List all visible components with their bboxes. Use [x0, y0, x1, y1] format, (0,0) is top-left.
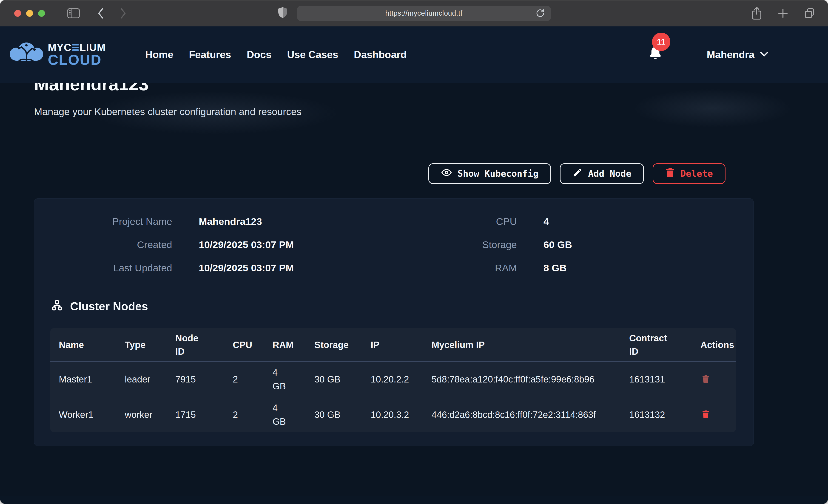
show-kubeconfig-button[interactable]: Show Kubeconfig — [428, 163, 551, 184]
pencil-icon — [573, 167, 583, 180]
trash-icon — [702, 375, 710, 384]
share-button[interactable] — [751, 6, 763, 20]
nodes-table: NameTypeNode IDCPURAMStorageIPMycelium I… — [50, 328, 736, 432]
brand-myc: MYC — [48, 42, 72, 53]
detail-label: Storage — [395, 239, 517, 250]
cell-value: 2 — [233, 410, 238, 420]
cell-storage: 30 GB — [306, 405, 362, 425]
reload-button[interactable] — [535, 8, 545, 19]
address-bar[interactable]: https://myceliumcloud.tf — [297, 6, 551, 21]
cell-value: 1715 — [175, 410, 196, 420]
column-header-label: Node ID — [175, 332, 203, 358]
created-value: 10/29/2025 03:07 PM — [199, 239, 395, 250]
delete-cluster-button[interactable]: Delete — [653, 163, 726, 184]
cell-mycelium-ip: 5d8:78ea:a120:f40c:ff0f:a5fe:99e6:8b96 — [423, 369, 621, 389]
cell-cpu: 2 — [224, 405, 264, 425]
nav-link-docs[interactable]: Docs — [247, 49, 272, 60]
cell-value: 5d8:78ea:a120:f40c:ff0f:a5fe:99e6:8b96 — [431, 374, 594, 384]
zoom-icon[interactable] — [38, 10, 45, 17]
close-icon[interactable] — [14, 10, 21, 17]
table-header-row: NameTypeNode IDCPURAMStorageIPMycelium I… — [50, 328, 736, 362]
back-button[interactable] — [96, 7, 105, 19]
new-tab-button[interactable] — [777, 7, 789, 19]
cell-ip: 10.20.2.2 — [362, 369, 423, 389]
brand-logo[interactable]: MYC LIUM CLOUD — [9, 41, 106, 69]
column-header-actions: Actions — [692, 335, 736, 355]
cell-name: Worker1 — [50, 405, 116, 425]
column-header-mycelium-ip: Mycelium IP — [423, 335, 621, 355]
cell-value: Worker1 — [59, 410, 93, 420]
delete-node-button[interactable] — [700, 373, 711, 385]
page-subtitle: Manage your Kubernetes cluster configura… — [34, 106, 794, 117]
cell-value: 2 — [233, 374, 238, 384]
forward-button[interactable] — [119, 7, 128, 19]
bell-icon — [648, 59, 663, 63]
share-icon — [751, 6, 763, 20]
show-kubeconfig-label: Show Kubeconfig — [458, 168, 538, 179]
column-header-label: Actions — [700, 338, 734, 351]
delete-node-button[interactable] — [700, 409, 711, 421]
cell-value: 7915 — [175, 374, 196, 384]
project-name-value: Mahendra123 — [199, 216, 395, 227]
cell-value: 1613131 — [629, 374, 665, 384]
minimize-icon[interactable] — [26, 10, 33, 17]
sidebar-icon — [67, 8, 80, 18]
notifications-button[interactable]: 11 — [648, 46, 663, 64]
column-header-label: Type — [125, 338, 146, 351]
column-header-label: CPU — [233, 338, 252, 351]
nav-link-dashboard[interactable]: Dashboard — [354, 49, 407, 60]
cell-value: 1613132 — [629, 410, 665, 420]
brand-lium: LIUM — [80, 42, 106, 53]
main-content: Mahendra123 Manage your Kubernetes clust… — [0, 75, 828, 496]
column-header-label: Storage — [315, 338, 348, 351]
storage-value: 60 GB — [543, 239, 572, 250]
column-header-cpu: CPU — [224, 335, 264, 355]
shield-icon[interactable] — [277, 6, 288, 20]
cell-value: Master1 — [59, 374, 92, 384]
cluster-actions: Show Kubeconfig Add Node Delete — [34, 163, 726, 184]
cell-ip: 10.20.3.2 — [362, 405, 423, 425]
cell-mycelium-ip: 446:d2a6:8bcd:8c16:ff0f:72e2:3114:863f — [423, 405, 621, 425]
nav-link-features[interactable]: Features — [189, 49, 231, 60]
add-node-button[interactable]: Add Node — [560, 163, 644, 184]
back-icon — [96, 7, 105, 19]
add-node-label: Add Node — [588, 168, 631, 179]
cell-type: worker — [116, 405, 167, 425]
nav-link-home[interactable]: Home — [145, 49, 173, 60]
forward-icon — [119, 7, 128, 19]
table-body: Master1leader791524 GB30 GB10.20.2.25d8:… — [50, 362, 736, 432]
cell-node-id: 1715 — [167, 405, 224, 425]
cell-value: leader — [125, 374, 150, 384]
new-tab-icon — [777, 7, 789, 19]
cell-type: leader — [116, 369, 167, 389]
cell-ram: 4 GB — [264, 397, 306, 432]
reload-icon — [535, 8, 545, 19]
browser-window: https://myceliumcloud.tf — [0, 0, 828, 504]
details-right: CPU 4 Storage 60 GB RAM 8 GB — [395, 216, 572, 274]
detail-label: Last Updated — [50, 262, 172, 274]
primary-nav: HomeFeaturesDocsUse CasesDashboard — [145, 49, 407, 60]
user-name: Mahendra — [707, 49, 754, 60]
cluster-details-card: Project Name Mahendra123 Created 10/29/2… — [34, 198, 754, 446]
column-header-label: Name — [59, 338, 84, 351]
sitemap-icon — [50, 299, 64, 313]
nav-link-use-cases[interactable]: Use Cases — [287, 49, 338, 60]
eye-icon — [441, 167, 452, 180]
cell-value: worker — [125, 410, 152, 420]
detail-label: RAM — [395, 262, 517, 274]
tab-overview-icon — [803, 7, 816, 20]
user-menu[interactable]: Mahendra — [707, 49, 769, 60]
sidebar-toggle-button[interactable] — [67, 8, 80, 18]
cell-value: 10.20.3.2 — [371, 410, 409, 420]
cell-name: Master1 — [50, 369, 116, 389]
window-controls — [14, 10, 45, 17]
cell-actions — [692, 370, 736, 389]
tab-overview-button[interactable] — [803, 7, 816, 20]
cell-value: 30 GB — [315, 374, 340, 384]
column-header-label: Mycelium IP — [431, 338, 485, 351]
column-header-contract-id: Contract ID — [621, 328, 692, 361]
url-text: https://myceliumcloud.tf — [385, 9, 463, 17]
cell-contract-id: 1613131 — [621, 369, 692, 389]
browser-toolbar: https://myceliumcloud.tf — [0, 0, 828, 27]
last-updated-value: 10/29/2025 03:07 PM — [199, 262, 395, 274]
